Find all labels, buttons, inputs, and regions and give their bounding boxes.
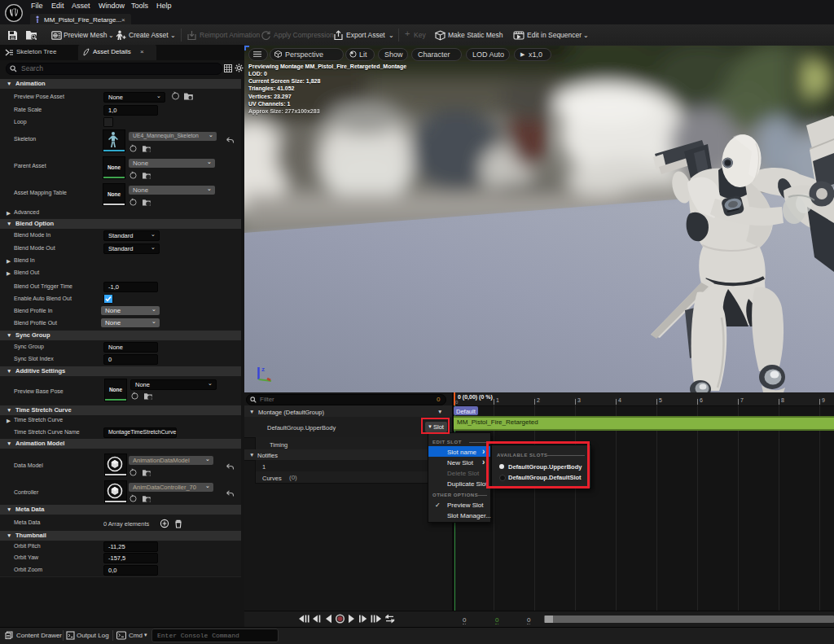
svg-text:z: z [261, 366, 265, 373]
